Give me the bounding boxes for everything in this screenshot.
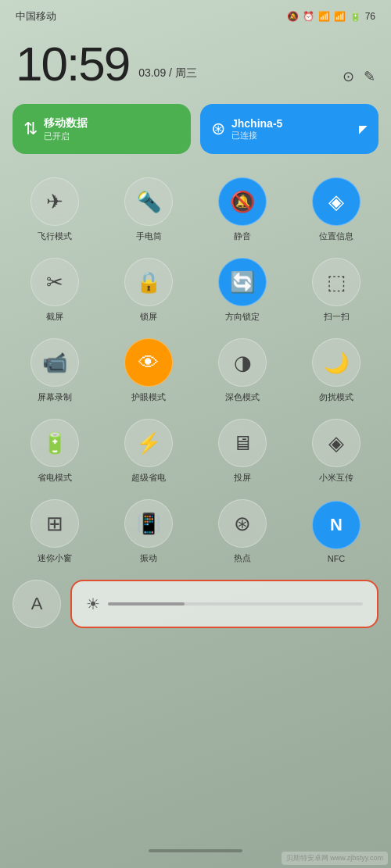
screenrecord-circle: 📹	[30, 338, 79, 387]
font-size-button[interactable]: A	[13, 580, 61, 628]
carrier-text: 中国移动	[16, 9, 56, 23]
control-nodisturb[interactable]: 🌙 勿扰模式	[289, 330, 383, 411]
supersave-label: 超级省电	[131, 472, 166, 484]
screenrecord-label: 屏幕录制	[38, 391, 72, 403]
screenshot-circle: ✂	[30, 258, 79, 306]
alarm-icon: ⏰	[303, 11, 314, 22]
time-area: 10:59 03.09 / 周三 ⊙ ✎	[0, 30, 391, 104]
wifi-tile[interactable]: ⊛ Jhchina-5 已连接 ◤	[200, 104, 378, 154]
control-xiaomi[interactable]: ◈ 小米互传	[289, 411, 383, 491]
lockscreen-circle: 🔒	[124, 258, 173, 306]
mobile-data-subtitle: 已开启	[44, 130, 88, 142]
wifi-chevron-icon: ◤	[359, 123, 368, 135]
control-vibrate[interactable]: 📳 振动	[102, 491, 196, 572]
font-a-label: A	[31, 594, 43, 614]
cast-circle: 🖥	[218, 419, 267, 467]
clock-date: 03.09 / 周三	[138, 66, 197, 80]
vibrate-label: 振动	[140, 552, 157, 564]
control-screenshot[interactable]: ✂ 截屏	[8, 250, 102, 330]
control-flashlight[interactable]: 🔦 手电筒	[102, 170, 196, 250]
eyeprotect-circle: 👁	[124, 338, 173, 387]
mobile-data-icon: ⇅	[23, 119, 38, 139]
hotspot-circle: ⊛	[218, 499, 267, 548]
control-hotspot[interactable]: ⊛ 热点	[196, 491, 289, 572]
nfc-circle: N	[312, 501, 361, 549]
control-eyeprotect[interactable]: 👁 护眼模式	[102, 330, 196, 411]
brightness-slider[interactable]: ☀	[70, 580, 378, 628]
darkmode-label: 深色模式	[225, 391, 260, 403]
watermark: 贝斯特安卓网 www.zjbstyy.com	[282, 852, 388, 865]
brightness-track	[108, 602, 363, 605]
control-lockscreen[interactable]: 🔒 锁屏	[102, 250, 196, 330]
vibrate-circle: 📳	[124, 499, 173, 548]
lock-icon[interactable]: ⊙	[343, 68, 354, 85]
xiaomi-circle: ◈	[312, 419, 361, 467]
powersave-label: 省电模式	[38, 472, 72, 484]
nfc-label: NFC	[328, 554, 346, 563]
control-supersave[interactable]: ⚡ 超级省电	[102, 411, 196, 491]
control-screenrecord[interactable]: 📹 屏幕录制	[8, 330, 102, 411]
bottom-row: A ☀	[0, 575, 391, 636]
silent-circle: 🔕	[218, 177, 267, 226]
nodisturb-circle: 🌙	[312, 338, 361, 387]
airplane-circle: ✈	[30, 177, 79, 226]
control-location[interactable]: ◈ 位置信息	[289, 170, 383, 250]
edit-icon[interactable]: ✎	[364, 68, 375, 85]
status-bar: 中国移动 🔕 ⏰ 📶 📶 🔋 76	[0, 0, 391, 30]
battery-icon: 🔋	[350, 11, 361, 22]
wifi-tile-subtitle: 已连接	[231, 130, 282, 141]
scan-label: 扫一扫	[324, 311, 350, 323]
status-icons: 🔕 ⏰ 📶 📶 🔋 76	[287, 11, 375, 22]
nodisturb-label: 勿扰模式	[319, 391, 353, 403]
control-rotation[interactable]: 🔄 方向锁定	[196, 250, 289, 330]
battery-text: 76	[365, 11, 375, 22]
wifi-tile-icon: ⊛	[211, 119, 225, 139]
control-grid: ✈ 飞行模式 🔦 手电筒 🔕 静音 ◈ 位置信息 ✂ 截屏 🔒 锁屏 🔄 方向锁…	[0, 166, 391, 575]
mute-icon: 🔕	[287, 11, 299, 22]
xiaomi-label: 小米互传	[319, 472, 353, 484]
control-darkmode[interactable]: ◑ 深色模式	[196, 330, 289, 411]
cast-label: 投屏	[234, 472, 251, 484]
control-powersave[interactable]: 🔋 省电模式	[8, 411, 102, 491]
control-silent[interactable]: 🔕 静音	[196, 170, 289, 250]
wifi-icon: 📶	[334, 11, 346, 22]
quick-tiles-row: ⇅ 移动数据 已开启 ⊛ Jhchina-5 已连接 ◤	[0, 104, 391, 166]
header-action-icons: ⊙ ✎	[343, 68, 375, 85]
control-miniwindow[interactable]: ⊞ 迷你小窗	[8, 491, 102, 572]
airplane-label: 飞行模式	[38, 230, 72, 242]
scan-circle: ⬚	[312, 258, 361, 306]
brightness-icon: ☀	[86, 595, 100, 613]
signal-icon: 📶	[318, 11, 330, 22]
supersave-circle: ⚡	[124, 419, 173, 467]
home-indicator	[149, 849, 242, 852]
rotation-label: 方向锁定	[225, 311, 260, 323]
location-label: 位置信息	[319, 230, 353, 242]
flashlight-circle: 🔦	[124, 177, 173, 226]
rotation-circle: 🔄	[218, 258, 267, 306]
silent-label: 静音	[234, 230, 251, 242]
miniwindow-label: 迷你小窗	[38, 552, 72, 564]
lockscreen-label: 锁屏	[140, 311, 157, 323]
control-scan[interactable]: ⬚ 扫一扫	[289, 250, 383, 330]
location-circle: ◈	[312, 177, 361, 226]
flashlight-label: 手电筒	[136, 230, 162, 242]
eyeprotect-label: 护眼模式	[131, 391, 166, 403]
clock-time: 10:59	[16, 36, 129, 91]
mobile-data-tile[interactable]: ⇅ 移动数据 已开启	[13, 104, 191, 154]
screenshot-label: 截屏	[46, 311, 63, 323]
control-cast[interactable]: 🖥 投屏	[196, 411, 289, 491]
control-nfc[interactable]: N NFC	[289, 491, 383, 572]
darkmode-circle: ◑	[218, 338, 267, 387]
brightness-fill	[108, 602, 185, 605]
mobile-data-title: 移动数据	[44, 116, 88, 130]
control-airplane[interactable]: ✈ 飞行模式	[8, 170, 102, 250]
hotspot-label: 热点	[234, 552, 251, 564]
miniwindow-circle: ⊞	[30, 499, 79, 548]
powersave-circle: 🔋	[30, 419, 79, 467]
wifi-tile-title: Jhchina-5	[231, 117, 282, 130]
